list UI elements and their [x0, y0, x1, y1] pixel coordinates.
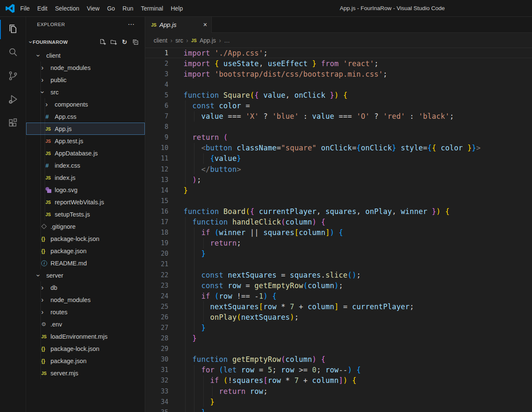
- line-number[interactable]: 3: [145, 70, 168, 78]
- tree-item--gitignore[interactable]: .gitignore: [26, 220, 145, 233]
- activity-search-button[interactable]: [0, 43, 26, 63]
- tree-item-server-mjs[interactable]: JSserver.mjs: [26, 367, 145, 379]
- line-number[interactable]: 23: [145, 282, 168, 289]
- code-line-31[interactable]: 31 for (let row = 5; row >= 0; row--) {: [145, 365, 532, 375]
- tree-item-app-test-js[interactable]: JSApp.test.js: [26, 135, 145, 147]
- code-editor[interactable]: 1import './App.css';2import { useState, …: [145, 48, 532, 412]
- code-line-28[interactable]: 28 }: [145, 333, 532, 344]
- tree-item-package-lock-json[interactable]: {}package-lock.json: [26, 342, 145, 355]
- breadcrumb-item[interactable]: …: [224, 37, 230, 44]
- tree-item-setuptests-js[interactable]: JSsetupTests.js: [26, 208, 145, 220]
- line-number[interactable]: 15: [145, 197, 168, 205]
- line-number[interactable]: 34: [145, 398, 168, 406]
- line-number[interactable]: 2: [145, 60, 168, 67]
- tree-item-server[interactable]: ›server: [26, 269, 145, 281]
- code-line-25[interactable]: 25 nextSquares[row * 7 + column] = curre…: [145, 301, 532, 312]
- menu-selection[interactable]: Selection: [51, 0, 83, 16]
- code-line-26[interactable]: 26 onPlay(nextSquares);: [145, 312, 532, 322]
- code-line-4[interactable]: 4: [145, 79, 532, 90]
- more-actions-icon[interactable]: ⋯: [128, 20, 135, 28]
- line-number[interactable]: 20: [145, 250, 168, 257]
- tree-item-public[interactable]: ›public: [26, 74, 145, 86]
- tree-item-components[interactable]: ›components: [26, 98, 145, 110]
- line-number[interactable]: 25: [145, 303, 168, 310]
- line-number[interactable]: 24: [145, 292, 168, 300]
- line-number[interactable]: 13: [145, 176, 168, 184]
- line-number[interactable]: 7: [145, 112, 168, 120]
- menu-terminal[interactable]: Terminal: [137, 0, 167, 16]
- activity-run-debug-button[interactable]: [0, 90, 26, 110]
- line-number[interactable]: 31: [145, 366, 168, 374]
- code-line-12[interactable]: 12 </button>: [145, 164, 532, 174]
- menu-help[interactable]: Help: [167, 0, 187, 16]
- line-number[interactable]: 5: [145, 91, 168, 99]
- line-number[interactable]: 14: [145, 187, 168, 194]
- code-line-17[interactable]: 17 function handleClick(column) {: [145, 217, 532, 227]
- code-line-34[interactable]: 34 }: [145, 396, 532, 407]
- line-number[interactable]: 28: [145, 334, 168, 342]
- code-line-19[interactable]: 19 return;: [145, 238, 532, 249]
- tab-app-js[interactable]: JS App.js ×: [145, 17, 212, 33]
- tree-item-package-lock-json[interactable]: {}package-lock.json: [26, 233, 145, 245]
- tree-item-src[interactable]: ›src: [26, 86, 145, 98]
- code-line-14[interactable]: 14}: [145, 185, 532, 195]
- menu-run[interactable]: Run: [119, 0, 137, 16]
- tree-item-app-css[interactable]: #App.css: [26, 110, 145, 123]
- code-line-13[interactable]: 13 );: [145, 174, 532, 185]
- new-folder-button[interactable]: [109, 38, 118, 46]
- breadcrumb-item[interactable]: client: [154, 37, 168, 44]
- tree-item-routes[interactable]: ›routes: [26, 306, 145, 318]
- code-line-35[interactable]: 35 }: [145, 407, 532, 412]
- menu-edit[interactable]: Edit: [34, 0, 51, 16]
- code-line-33[interactable]: 33 return row;: [145, 386, 532, 396]
- breadcrumb-item[interactable]: App.js: [200, 37, 216, 44]
- close-icon[interactable]: ×: [203, 21, 207, 28]
- tree-item-node-modules[interactable]: ›node_modules: [26, 62, 145, 74]
- tree-item-client[interactable]: ›client: [26, 49, 145, 62]
- menu-go[interactable]: Go: [103, 0, 119, 16]
- line-number[interactable]: 32: [145, 377, 168, 384]
- collapse-all-button[interactable]: [131, 38, 140, 46]
- line-number[interactable]: 6: [145, 102, 168, 110]
- code-line-15[interactable]: 15: [145, 195, 532, 206]
- code-line-30[interactable]: 30 function getEmptyRow(column) {: [145, 354, 532, 365]
- code-line-27[interactable]: 27 }: [145, 322, 532, 333]
- line-number[interactable]: 22: [145, 271, 168, 279]
- new-file-button[interactable]: [98, 38, 107, 46]
- line-number[interactable]: 12: [145, 166, 168, 173]
- tree-item-index-css[interactable]: #index.css: [26, 159, 145, 171]
- line-number[interactable]: 30: [145, 356, 168, 363]
- line-number[interactable]: 35: [145, 409, 168, 412]
- line-number[interactable]: 1: [145, 49, 168, 57]
- activity-source-control-button[interactable]: [0, 67, 26, 87]
- section-fourinarow[interactable]: › FOURINAROW ↻: [26, 37, 145, 48]
- line-number[interactable]: 33: [145, 388, 168, 395]
- code-line-8[interactable]: 8: [145, 122, 532, 132]
- code-line-24[interactable]: 24 if (row !== -1) {: [145, 291, 532, 301]
- code-line-16[interactable]: 16function Board({ currentPlayer, square…: [145, 206, 532, 217]
- tree-item-package-json[interactable]: {}package.json: [26, 355, 145, 367]
- tree-item-package-json[interactable]: {}package.json: [26, 245, 145, 257]
- tree-item-readme-md[interactable]: iREADME.md: [26, 257, 145, 269]
- code-line-7[interactable]: 7 value === 'X' ? 'blue' : value === 'O'…: [145, 111, 532, 122]
- line-number[interactable]: 18: [145, 229, 168, 236]
- tree-item-reportwebvitals-js[interactable]: JSreportWebVitals.js: [26, 196, 145, 208]
- breadcrumb-item[interactable]: src: [176, 37, 184, 44]
- tree-item-app-js[interactable]: JSApp.js: [26, 123, 145, 135]
- code-line-23[interactable]: 23 const row = getEmptyRow(column);: [145, 280, 532, 291]
- code-line-11[interactable]: 11 {value}: [145, 153, 532, 164]
- tree-item--env[interactable]: ⚙.env: [26, 318, 145, 330]
- tree-item-appdatabase-js[interactable]: JSAppDatabase.js: [26, 147, 145, 159]
- code-line-21[interactable]: 21: [145, 259, 532, 270]
- code-line-10[interactable]: 10 <button className="square" onClick={o…: [145, 143, 532, 153]
- code-line-1[interactable]: 1import './App.css';: [145, 48, 532, 58]
- tree-item-db[interactable]: ›db: [26, 281, 145, 294]
- menu-view[interactable]: View: [83, 0, 103, 16]
- tree-item-index-js[interactable]: JSindex.js: [26, 171, 145, 184]
- line-number[interactable]: 16: [145, 208, 168, 215]
- code-line-3[interactable]: 3import 'bootstrap/dist/css/bootstrap.mi…: [145, 69, 532, 79]
- line-number[interactable]: 19: [145, 239, 168, 247]
- activity-extensions-button[interactable]: [0, 114, 26, 134]
- code-line-29[interactable]: 29: [145, 344, 532, 354]
- line-number[interactable]: 8: [145, 123, 168, 131]
